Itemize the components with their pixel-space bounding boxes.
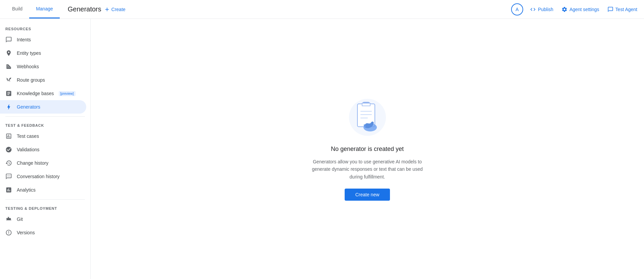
sidebar-item-webhooks[interactable]: Webhooks	[0, 60, 86, 73]
sidebar-item-test-cases[interactable]: Test cases	[0, 129, 86, 143]
top-nav: Build Manage Generators Create A Publish…	[0, 0, 644, 19]
sidebar-item-entity-types[interactable]: Entity types	[0, 46, 86, 60]
plus-icon	[104, 6, 110, 12]
sidebar-item-label: Route groups	[17, 77, 45, 83]
generator-icon	[5, 104, 12, 110]
sidebar-item-label: Generators	[17, 104, 40, 110]
create-link-label: Create	[111, 7, 126, 12]
publish-label: Publish	[538, 7, 553, 12]
empty-state-illustration	[347, 97, 388, 137]
sidebar-item-label: Intents	[17, 37, 31, 42]
test-agent-label: Test Agent	[615, 7, 637, 12]
sidebar-item-label: Analytics	[17, 187, 36, 193]
sidebar-item-route-groups[interactable]: Route groups	[0, 73, 86, 87]
sidebar-item-analytics[interactable]: Analytics	[0, 183, 86, 197]
sidebar-item-knowledge-bases[interactable]: Knowledge bases [preview]	[0, 87, 86, 100]
empty-state-title: No generator is created yet	[331, 146, 404, 153]
sidebar-item-generators[interactable]: Generators	[0, 100, 86, 114]
chat-icon	[607, 6, 613, 12]
sidebar-item-label: Versions	[17, 230, 35, 235]
analytics-icon	[5, 187, 12, 193]
preview-badge: [preview]	[59, 91, 76, 96]
sidebar-item-label: Conversation history	[17, 174, 60, 179]
empty-state-description: Generators allow you to use generative A…	[310, 158, 425, 181]
knowledge-icon	[5, 90, 12, 97]
avatar[interactable]: A	[511, 3, 523, 15]
sidebar-item-intents[interactable]: Intents	[0, 33, 86, 46]
page-title: Generators	[68, 5, 101, 13]
test-feedback-section-label: TEST & FEEDBACK	[0, 119, 90, 129]
sidebar-item-label: Knowledge bases	[17, 91, 54, 96]
testcase-icon	[5, 133, 12, 140]
sidebar-divider-2	[5, 199, 85, 200]
sidebar-item-validations[interactable]: Validations	[0, 143, 86, 156]
page-header: Generators Create	[60, 5, 511, 13]
sidebar-item-change-history[interactable]: Change history	[0, 156, 86, 170]
test-agent-btn[interactable]: Test Agent	[606, 4, 639, 15]
sidebar-item-label: Git	[17, 216, 23, 222]
agent-settings-btn[interactable]: Agent settings	[560, 4, 601, 15]
conversation-icon	[5, 173, 12, 180]
git-icon	[5, 216, 12, 223]
chat-bubble-icon	[5, 36, 12, 43]
entity-icon	[5, 50, 12, 56]
svg-rect-3	[362, 103, 370, 106]
empty-state: No generator is created yet Generators a…	[297, 84, 438, 214]
sidebar-item-git[interactable]: Git	[0, 212, 86, 226]
sidebar-item-label: Test cases	[17, 133, 39, 139]
publish-btn[interactable]: Publish	[529, 4, 555, 15]
top-nav-actions: A Publish Agent settings Test Agent	[511, 3, 639, 15]
nav-tabs: Build Manage	[5, 0, 60, 18]
main-layout: RESOURCES Intents Entity types Webhooks	[0, 19, 644, 279]
sidebar-item-label: Webhooks	[17, 64, 39, 69]
webhook-icon	[5, 63, 12, 70]
code-icon	[530, 6, 536, 12]
sidebar-divider	[5, 116, 85, 117]
tab-manage[interactable]: Manage	[29, 0, 60, 18]
sidebar-item-label: Change history	[17, 160, 48, 166]
tab-build[interactable]: Build	[5, 0, 29, 18]
sidebar-item-conversation-history[interactable]: Conversation history	[0, 170, 86, 183]
gear-icon	[561, 6, 567, 12]
sidebar: RESOURCES Intents Entity types Webhooks	[0, 19, 91, 279]
testing-deployment-section-label: TESTING & DEPLOYMENT	[0, 202, 90, 212]
main-content: No generator is created yet Generators a…	[91, 19, 644, 279]
sidebar-item-label: Entity types	[17, 50, 41, 56]
create-link[interactable]: Create	[104, 6, 126, 12]
sidebar-item-label: Validations	[17, 147, 39, 152]
history-icon	[5, 160, 12, 166]
sidebar-item-versions[interactable]: Versions	[0, 226, 86, 239]
route-icon	[5, 77, 12, 83]
agent-settings-label: Agent settings	[569, 7, 599, 12]
create-new-button[interactable]: Create new	[345, 189, 390, 201]
validation-icon	[5, 146, 12, 153]
resources-section-label: RESOURCES	[0, 23, 90, 33]
versions-icon	[5, 229, 12, 236]
